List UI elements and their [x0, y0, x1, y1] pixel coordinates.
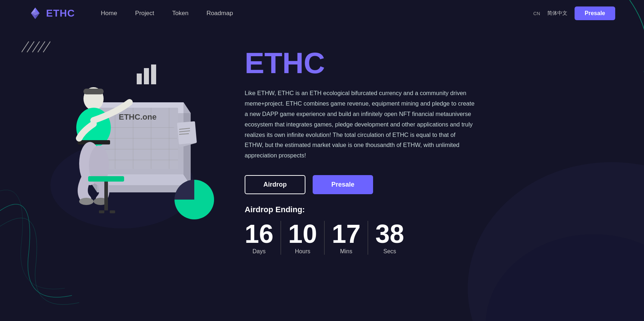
countdown-secs: 38 Secs: [368, 221, 411, 255]
svg-text:ETHC.one: ETHC.one: [119, 112, 157, 121]
nav-item-home[interactable]: Home: [101, 10, 117, 17]
hero-title-accent: C: [304, 46, 325, 79]
nav-presale-button[interactable]: Presale: [575, 6, 615, 20]
countdown-label: Airdrop Ending:: [245, 205, 496, 214]
eth-logo-icon: [29, 7, 42, 20]
navbar: ETHC Home Project Token Roadmap CN 简体中文 …: [0, 0, 644, 27]
logo-main: ETH: [46, 8, 67, 19]
countdown-hours-unit: Hours: [295, 248, 310, 255]
nav-item-token[interactable]: Token: [172, 10, 189, 17]
action-buttons: Airdrop Presale: [245, 175, 496, 194]
nav-link-token[interactable]: Token: [172, 10, 189, 17]
nav-lang-chinese[interactable]: 简体中文: [547, 10, 567, 17]
countdown-hours: 10 Hours: [281, 221, 325, 255]
hero-illustration: ETHC.one: [22, 41, 223, 250]
countdown-secs-unit: Secs: [384, 248, 396, 255]
svg-rect-41: [104, 182, 108, 210]
svg-rect-14: [144, 68, 149, 84]
svg-rect-33: [83, 89, 104, 94]
svg-rect-44: [88, 176, 124, 182]
nav-links: Home Project Token Roadmap: [101, 10, 233, 17]
hero-title: ETHC: [245, 48, 496, 78]
nav-link-roadmap[interactable]: Roadmap: [207, 10, 233, 17]
hero-title-main: ETH: [245, 46, 304, 79]
svg-rect-13: [137, 73, 142, 84]
nav-logo-text: ETHC: [46, 8, 75, 19]
right-content: ETHC Like ETHW, ETHC is an ETH ecologica…: [245, 41, 496, 255]
logo-accent: C: [67, 8, 75, 19]
nav-link-home[interactable]: Home: [101, 10, 117, 17]
countdown-hours-number: 10: [288, 221, 317, 247]
countdown-days-number: 16: [245, 221, 273, 247]
svg-rect-43: [110, 210, 115, 213]
nav-lang-cn: CN: [533, 11, 540, 16]
main-content: ETHC.one: [0, 27, 644, 269]
countdown-mins-number: 17: [332, 221, 360, 247]
nav-left: ETHC Home Project Token Roadmap: [29, 7, 233, 20]
countdown-secs-number: 38: [375, 221, 404, 247]
nav-link-project[interactable]: Project: [135, 10, 154, 17]
nav-right: CN 简体中文 Presale: [533, 6, 615, 20]
airdrop-button[interactable]: Airdrop: [245, 175, 305, 194]
svg-point-38: [79, 198, 94, 205]
presale-button[interactable]: Presale: [313, 175, 373, 194]
nav-item-project[interactable]: Project: [135, 10, 154, 17]
countdown-mins: 17 Mins: [325, 221, 368, 255]
hero-description: Like ETHW, ETHC is an ETH ecological bif…: [245, 88, 475, 161]
countdown-days-unit: Days: [253, 248, 266, 255]
countdown-days: 16 Days: [245, 221, 281, 255]
countdown-mins-unit: Mins: [340, 248, 352, 255]
nav-item-roadmap[interactable]: Roadmap: [207, 10, 233, 17]
svg-rect-15: [151, 64, 156, 84]
svg-rect-42: [99, 210, 104, 213]
svg-rect-47: [177, 121, 197, 144]
countdown: 16 Days 10 Hours 17 Mins 38 Secs: [245, 221, 496, 255]
